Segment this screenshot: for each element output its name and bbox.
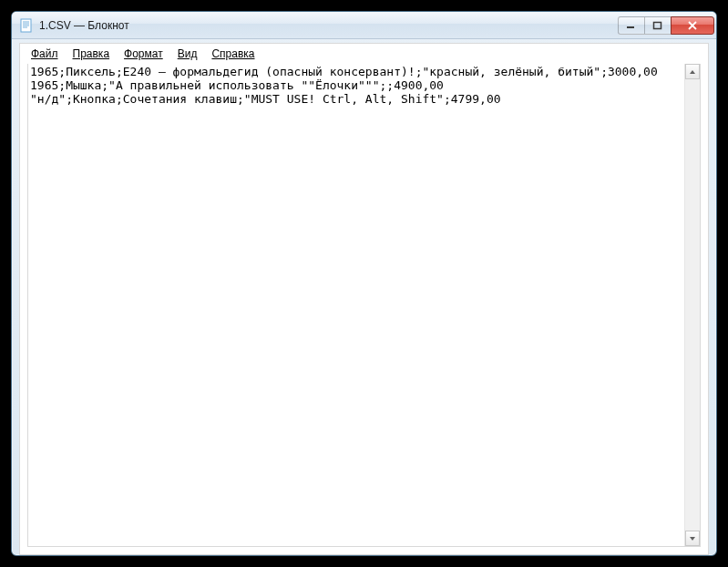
maximize-button[interactable] bbox=[644, 16, 672, 35]
menu-format[interactable]: Формат bbox=[117, 46, 170, 62]
window-controls bbox=[619, 16, 714, 35]
text-editor[interactable]: 1965;Пиксель;E240 – формальдегид (опасны… bbox=[28, 64, 684, 546]
menu-file[interactable]: Файл bbox=[24, 46, 66, 62]
scroll-down-button[interactable] bbox=[685, 531, 700, 546]
window-title: 1.CSV — Блокнот bbox=[39, 19, 619, 32]
client-area: Файл Правка Формат Вид Справка 1965;Пикс… bbox=[19, 43, 709, 555]
menu-edit[interactable]: Правка bbox=[66, 46, 118, 62]
scroll-up-button[interactable] bbox=[685, 64, 700, 79]
menu-view[interactable]: Вид bbox=[170, 46, 205, 62]
svg-rect-5 bbox=[627, 26, 634, 28]
close-button[interactable] bbox=[671, 16, 714, 35]
menubar: Файл Правка Формат Вид Справка bbox=[20, 44, 708, 64]
titlebar[interactable]: 1.CSV — Блокнот bbox=[12, 12, 716, 39]
minimize-button[interactable] bbox=[618, 16, 645, 35]
notepad-window: 1.CSV — Блокнот Файл Правка Формат Вид С… bbox=[11, 11, 717, 556]
menu-help[interactable]: Справка bbox=[204, 46, 261, 62]
scroll-track[interactable] bbox=[685, 79, 700, 531]
notepad-icon bbox=[19, 18, 34, 33]
svg-rect-6 bbox=[654, 22, 661, 28]
vertical-scrollbar[interactable] bbox=[684, 64, 700, 546]
editor-area: 1965;Пиксель;E240 – формальдегид (опасны… bbox=[27, 64, 701, 547]
